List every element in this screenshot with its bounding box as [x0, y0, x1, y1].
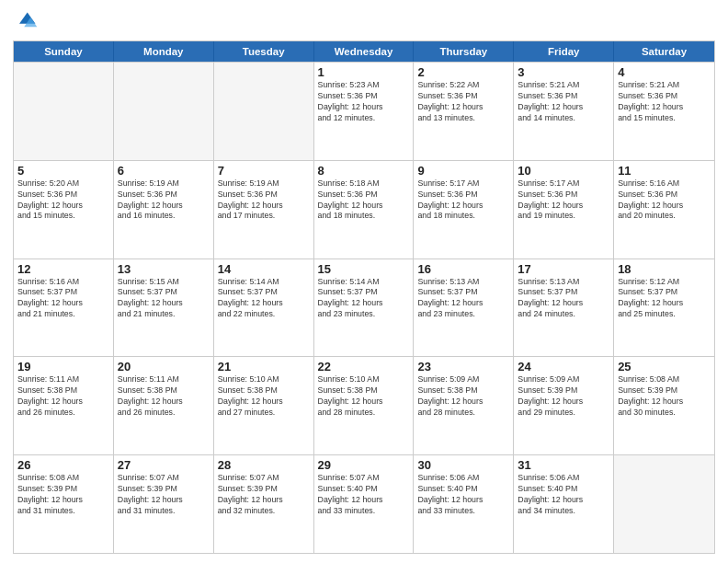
day-info: Sunrise: 5:15 AM Sunset: 5:37 PM Dayligh…: [118, 277, 210, 321]
page: SundayMondayTuesdayWednesdayThursdayFrid…: [0, 0, 728, 563]
day-number: 9: [417, 164, 509, 178]
weekday-header-sunday: Sunday: [14, 41, 114, 62]
weekday-header-thursday: Thursday: [414, 41, 514, 62]
weekday-header-wednesday: Wednesday: [314, 41, 415, 62]
calendar-cell: 25Sunrise: 5:08 AM Sunset: 5:39 PM Dayli…: [614, 357, 714, 454]
weekday-header-monday: Monday: [114, 41, 214, 62]
day-number: 14: [218, 262, 310, 276]
day-info: Sunrise: 5:14 AM Sunset: 5:37 PM Dayligh…: [218, 277, 310, 321]
logo-icon: [13, 9, 39, 35]
day-info: Sunrise: 5:20 AM Sunset: 5:36 PM Dayligh…: [17, 178, 109, 223]
calendar-cell: 19Sunrise: 5:11 AM Sunset: 5:38 PM Dayli…: [14, 357, 114, 454]
calendar-cell: 18Sunrise: 5:12 AM Sunset: 5:37 PM Dayli…: [614, 259, 714, 357]
logo: [13, 9, 42, 35]
day-info: Sunrise: 5:13 AM Sunset: 5:37 PM Dayligh…: [518, 277, 609, 321]
calendar-cell: 20Sunrise: 5:11 AM Sunset: 5:38 PM Dayli…: [114, 357, 214, 454]
calendar-cell: 12Sunrise: 5:16 AM Sunset: 5:37 PM Dayli…: [14, 259, 114, 357]
day-number: 25: [618, 360, 711, 373]
day-info: Sunrise: 5:07 AM Sunset: 5:39 PM Dayligh…: [118, 473, 210, 517]
day-number: 7: [218, 164, 310, 178]
calendar-cell: 1Sunrise: 5:23 AM Sunset: 5:36 PM Daylig…: [314, 63, 415, 160]
day-info: Sunrise: 5:07 AM Sunset: 5:39 PM Dayligh…: [218, 473, 310, 517]
day-number: 27: [118, 458, 210, 472]
day-info: Sunrise: 5:06 AM Sunset: 5:40 PM Dayligh…: [518, 473, 609, 517]
calendar-cell: 23Sunrise: 5:09 AM Sunset: 5:38 PM Dayli…: [414, 357, 514, 454]
day-number: 19: [17, 360, 109, 373]
calendar-cell: 3Sunrise: 5:21 AM Sunset: 5:36 PM Daylig…: [514, 63, 614, 160]
calendar-cell: 15Sunrise: 5:14 AM Sunset: 5:37 PM Dayli…: [314, 259, 415, 357]
day-info: Sunrise: 5:11 AM Sunset: 5:38 PM Dayligh…: [17, 374, 109, 419]
calendar-cell: 2Sunrise: 5:22 AM Sunset: 5:36 PM Daylig…: [414, 63, 514, 160]
day-number: 16: [417, 262, 509, 276]
header: [13, 9, 715, 35]
calendar-cell: 11Sunrise: 5:16 AM Sunset: 5:36 PM Dayli…: [614, 161, 714, 259]
calendar-cell: [14, 63, 114, 160]
calendar-cell: 28Sunrise: 5:07 AM Sunset: 5:39 PM Dayli…: [214, 455, 314, 553]
calendar-cell: 13Sunrise: 5:15 AM Sunset: 5:37 PM Dayli…: [114, 259, 214, 357]
calendar-cell: 27Sunrise: 5:07 AM Sunset: 5:39 PM Dayli…: [114, 455, 214, 553]
day-info: Sunrise: 5:06 AM Sunset: 5:40 PM Dayligh…: [417, 473, 509, 517]
calendar-cell: 24Sunrise: 5:09 AM Sunset: 5:39 PM Dayli…: [514, 357, 614, 454]
day-number: 20: [118, 360, 210, 373]
day-number: 21: [218, 360, 310, 373]
day-number: 3: [518, 65, 609, 79]
day-info: Sunrise: 5:21 AM Sunset: 5:36 PM Dayligh…: [518, 80, 609, 124]
calendar-row-3: 19Sunrise: 5:11 AM Sunset: 5:38 PM Dayli…: [14, 356, 714, 454]
calendar-cell: [214, 63, 314, 160]
day-number: 23: [417, 360, 509, 373]
day-info: Sunrise: 5:12 AM Sunset: 5:37 PM Dayligh…: [618, 277, 711, 321]
day-info: Sunrise: 5:07 AM Sunset: 5:40 PM Dayligh…: [318, 473, 410, 517]
day-info: Sunrise: 5:08 AM Sunset: 5:39 PM Dayligh…: [17, 473, 109, 517]
day-info: Sunrise: 5:17 AM Sunset: 5:36 PM Dayligh…: [518, 178, 609, 223]
day-number: 4: [618, 65, 711, 79]
calendar-cell: 26Sunrise: 5:08 AM Sunset: 5:39 PM Dayli…: [14, 455, 114, 553]
day-info: Sunrise: 5:18 AM Sunset: 5:36 PM Dayligh…: [318, 178, 410, 223]
day-number: 12: [17, 262, 109, 276]
day-info: Sunrise: 5:14 AM Sunset: 5:37 PM Dayligh…: [318, 277, 410, 321]
calendar: SundayMondayTuesdayWednesdayThursdayFrid…: [13, 40, 715, 554]
calendar-cell: 21Sunrise: 5:10 AM Sunset: 5:38 PM Dayli…: [214, 357, 314, 454]
day-info: Sunrise: 5:16 AM Sunset: 5:36 PM Dayligh…: [618, 178, 711, 223]
calendar-row-4: 26Sunrise: 5:08 AM Sunset: 5:39 PM Dayli…: [14, 454, 714, 553]
day-number: 6: [118, 164, 210, 178]
day-info: Sunrise: 5:10 AM Sunset: 5:38 PM Dayligh…: [318, 374, 410, 419]
day-number: 1: [318, 65, 410, 79]
day-number: 5: [17, 164, 109, 178]
calendar-row-0: 1Sunrise: 5:23 AM Sunset: 5:36 PM Daylig…: [14, 62, 714, 160]
day-info: Sunrise: 5:13 AM Sunset: 5:37 PM Dayligh…: [417, 277, 509, 321]
day-info: Sunrise: 5:19 AM Sunset: 5:36 PM Dayligh…: [218, 178, 310, 223]
day-number: 28: [218, 458, 310, 472]
calendar-cell: 31Sunrise: 5:06 AM Sunset: 5:40 PM Dayli…: [514, 455, 614, 553]
day-number: 29: [318, 458, 410, 472]
day-number: 30: [417, 458, 509, 472]
calendar-cell: [614, 455, 714, 553]
calendar-cell: 7Sunrise: 5:19 AM Sunset: 5:36 PM Daylig…: [214, 161, 314, 259]
calendar-cell: 4Sunrise: 5:21 AM Sunset: 5:36 PM Daylig…: [614, 63, 714, 160]
day-number: 31: [518, 458, 609, 472]
day-info: Sunrise: 5:21 AM Sunset: 5:36 PM Dayligh…: [618, 80, 711, 124]
day-info: Sunrise: 5:09 AM Sunset: 5:39 PM Dayligh…: [518, 374, 609, 419]
weekday-header-friday: Friday: [514, 41, 614, 62]
calendar-cell: 9Sunrise: 5:17 AM Sunset: 5:36 PM Daylig…: [414, 161, 514, 259]
day-number: 11: [618, 164, 711, 178]
calendar-row-1: 5Sunrise: 5:20 AM Sunset: 5:36 PM Daylig…: [14, 160, 714, 259]
day-number: 22: [318, 360, 410, 373]
day-number: 17: [518, 262, 609, 276]
calendar-cell: 22Sunrise: 5:10 AM Sunset: 5:38 PM Dayli…: [314, 357, 415, 454]
calendar-cell: 8Sunrise: 5:18 AM Sunset: 5:36 PM Daylig…: [314, 161, 415, 259]
day-info: Sunrise: 5:23 AM Sunset: 5:36 PM Dayligh…: [318, 80, 410, 124]
weekday-header-saturday: Saturday: [614, 41, 714, 62]
calendar-row-2: 12Sunrise: 5:16 AM Sunset: 5:37 PM Dayli…: [14, 259, 714, 357]
calendar-cell: 29Sunrise: 5:07 AM Sunset: 5:40 PM Dayli…: [314, 455, 415, 553]
day-info: Sunrise: 5:11 AM Sunset: 5:38 PM Dayligh…: [118, 374, 210, 419]
calendar-header: SundayMondayTuesdayWednesdayThursdayFrid…: [14, 41, 714, 62]
day-number: 26: [17, 458, 109, 472]
day-info: Sunrise: 5:09 AM Sunset: 5:38 PM Dayligh…: [417, 374, 509, 419]
day-number: 15: [318, 262, 410, 276]
day-number: 10: [518, 164, 609, 178]
calendar-cell: 14Sunrise: 5:14 AM Sunset: 5:37 PM Dayli…: [214, 259, 314, 357]
weekday-header-tuesday: Tuesday: [214, 41, 314, 62]
day-number: 18: [618, 262, 711, 276]
day-number: 2: [417, 65, 509, 79]
calendar-cell: [114, 63, 214, 160]
